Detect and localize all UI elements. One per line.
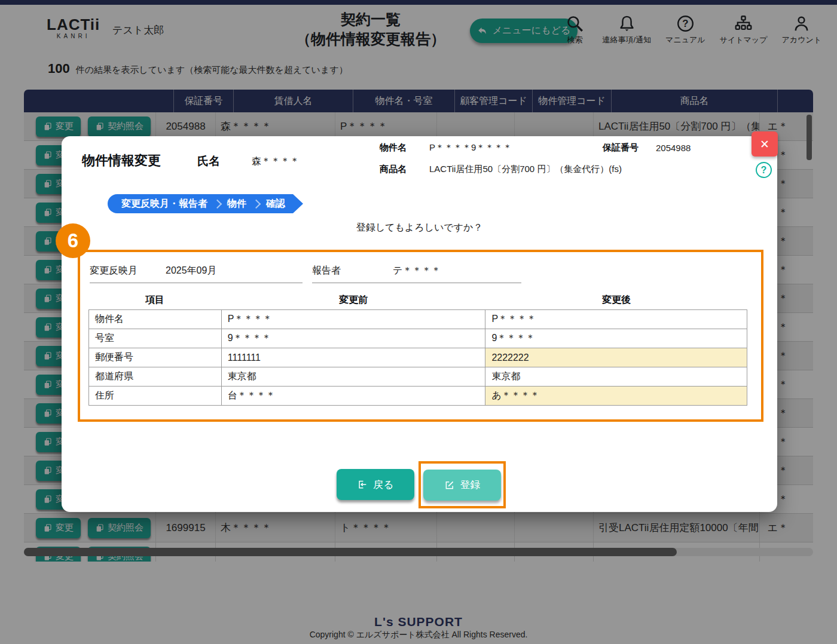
change-cell-before: P＊＊＊＊ [221,310,485,329]
change-cell-before: 東京都 [221,367,485,387]
change-header-item: 項目 [88,294,221,306]
change-cell-item: 都道府県 [89,367,222,387]
change-table: 物件名P＊＊＊＊P＊＊＊＊号室9＊＊＊＊9＊＊＊＊郵便番号11111112222… [88,309,747,406]
name-value: 森＊＊＊＊ [252,155,300,168]
back-button-label: 戻る [373,478,393,492]
change-cell-after: P＊＊＊＊ [485,310,747,329]
wizard-step: 物件 [222,198,252,210]
wizard-steps-bar: 変更反映月・報告者物件確認 [108,194,293,213]
change-row: 号室9＊＊＊＊9＊＊＊＊ [89,329,747,348]
modal-help-icon[interactable]: ? [756,162,772,178]
modal-title: 物件情報変更 [82,152,161,170]
exit-icon [357,479,368,490]
change-cell-after: 9＊＊＊＊ [485,329,747,348]
property-change-modal: ✕ ? 物件情報変更 氏名 森＊＊＊＊ 物件名 P＊＊＊＊9＊＊＊＊ 保証番号 … [62,136,777,512]
change-cell-item: 住所 [89,387,222,406]
change-cell-item: 物件名 [89,310,222,329]
page: LACTii KANRI テスト太郎 契約一覧 （物件情報変更報告） メニューに… [0,0,837,644]
change-cell-item: 号室 [89,329,222,348]
reflection-month-value: 2025年09月 [166,265,216,277]
info-product-value: LACTii居住用50〔分割700 円〕（集金代行）(fs) [429,164,691,175]
annotation-badge-6: 6 [56,223,90,258]
contract-info: 物件名 P＊＊＊＊9＊＊＊＊ 保証番号 2054988 商品名 LACTii居住… [380,142,691,175]
close-icon[interactable]: ✕ [752,131,778,157]
wizard-arrow-tip [293,194,303,213]
wizard-step: 変更反映月・報告者 [116,198,213,210]
change-header-before: 変更前 [221,294,485,306]
confirm-message: 登録してもよろしいですか？ [62,222,777,234]
register-highlight-box: 登録 [418,461,506,508]
change-row: 物件名P＊＊＊＊P＊＊＊＊ [89,310,747,329]
change-table-header: 項目 変更前 変更後 [88,294,747,306]
wizard-steps: 変更反映月・報告者物件確認 [108,194,303,213]
info-hosho-label: 保証番号 [603,142,656,154]
register-button-label: 登録 [460,478,481,492]
reflection-month-field: 変更反映月 2025年09月 [90,259,303,283]
reporter-label: 報告者 [312,265,393,277]
step-separator-chevron [213,199,222,208]
info-property-label: 物件名 [380,142,429,154]
change-row: 住所台＊＊＊＊あ＊＊＊＊ [89,387,747,406]
change-cell-item: 郵便番号 [89,348,222,367]
info-property-value: P＊＊＊＊9＊＊＊＊ [429,142,603,154]
change-cell-before: 1111111 [221,348,485,367]
reporter-value: テ＊＊＊＊ [393,265,441,277]
change-cell-before: 9＊＊＊＊ [221,329,485,348]
reporter-field: 報告者 テ＊＊＊＊ [312,259,521,283]
reflection-month-label: 変更反映月 [90,265,166,277]
change-cell-before: 台＊＊＊＊ [221,387,485,406]
name-label: 氏名 [197,154,220,169]
change-header-after: 変更後 [485,294,747,306]
report-fields: 変更反映月 2025年09月 報告者 テ＊＊＊＊ [90,259,521,283]
change-cell-after: あ＊＊＊＊ [485,387,747,406]
edit-icon [444,480,455,490]
info-hosho-value: 2054988 [656,143,691,153]
confirmation-highlight-box: 変更反映月 2025年09月 報告者 テ＊＊＊＊ 項目 変更前 変更後 物件名P… [78,250,763,422]
change-row: 郵便番号11111112222222 [89,348,747,367]
change-cell-after: 2222222 [485,348,747,367]
back-button[interactable]: 戻る [337,469,414,500]
info-product-label: 商品名 [380,164,429,175]
change-cell-after: 東京都 [485,367,747,387]
wizard-step: 確認 [261,198,291,210]
step-separator-chevron [252,199,261,208]
register-button[interactable]: 登録 [423,470,501,501]
change-table-body: 物件名P＊＊＊＊P＊＊＊＊号室9＊＊＊＊9＊＊＊＊郵便番号11111112222… [89,310,747,406]
change-row: 都道府県東京都東京都 [89,367,747,387]
